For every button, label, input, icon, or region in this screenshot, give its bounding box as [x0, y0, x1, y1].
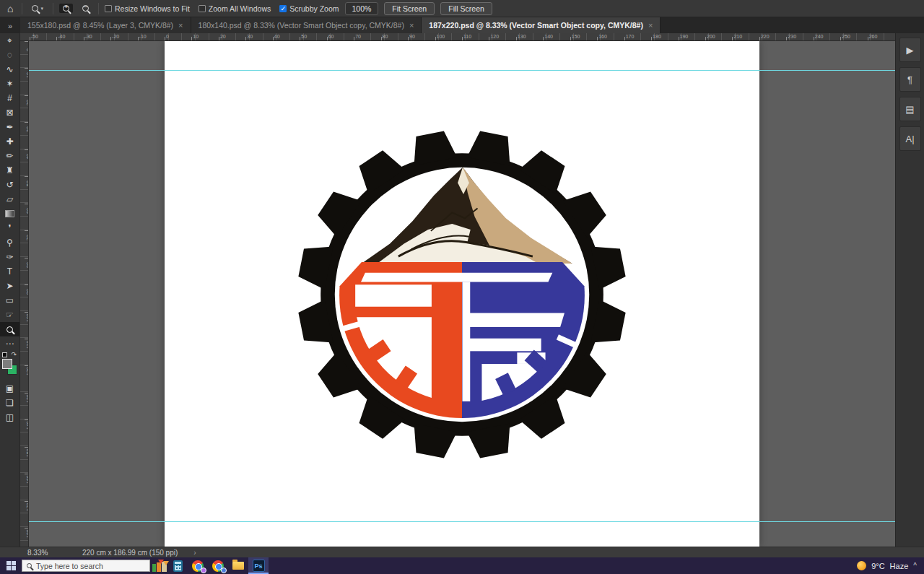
lasso-tool-icon: ∿	[6, 62, 13, 77]
checkbox-label: Scrubby Zoom	[289, 4, 339, 13]
crop-tool[interactable]: #	[0, 91, 19, 105]
blur-tool[interactable]: ❜	[0, 221, 19, 235]
type-tool[interactable]: T	[0, 264, 19, 279]
ruler-tick	[30, 37, 30, 40]
foreground-background-swatches[interactable]: ↷	[0, 352, 19, 381]
ruler-label: 190	[680, 34, 689, 39]
gradient-tool[interactable]	[0, 206, 19, 221]
ruler-tick	[300, 37, 300, 40]
weather-icon[interactable]	[857, 561, 866, 570]
clone-stamp-tool[interactable]: ♜	[0, 163, 19, 178]
document-tab-3[interactable]: 187x220.psd @ 8.33% (Vector Smart Object…	[422, 17, 661, 33]
screen-mode[interactable]: ❏	[0, 396, 19, 410]
document-tab-2[interactable]: 180x140.psd @ 8.33% (Vector Smart Object…	[191, 17, 422, 33]
ruler-tick	[705, 37, 706, 40]
ruler-label: 250	[842, 34, 850, 39]
guide-horizontal[interactable]	[29, 70, 895, 71]
zoom-tool-preset[interactable]: ▾	[28, 4, 47, 13]
checkbox-zoom-all-windows[interactable]: Zoom All Windows	[199, 4, 271, 13]
document-tab-1[interactable]: 155x180.psd @ 8.45% (Layer 3, CMYK/8#)×	[20, 17, 191, 33]
status-zoom-field[interactable]: 8.33%	[27, 549, 62, 557]
foreground-color-swatch[interactable]	[2, 359, 12, 369]
document-tabs: 155x180.psd @ 8.45% (Layer 3, CMYK/8#)×1…	[20, 17, 661, 33]
taskbar-app-photoshop[interactable]: Ps	[248, 557, 269, 574]
ruler-label: 260	[869, 34, 878, 39]
weather-temp[interactable]: 9°C	[871, 562, 884, 570]
ruler-tick	[679, 37, 679, 40]
guide-horizontal[interactable]	[29, 521, 895, 522]
checkbox-label: Resize Windows to Fit	[115, 4, 190, 13]
rectangle-tool[interactable]: ▭	[0, 293, 19, 308]
tray-expand-icon[interactable]: ^	[913, 562, 917, 570]
history-brush-tool[interactable]: ↺	[0, 178, 19, 192]
lasso-tool[interactable]: ∿	[0, 62, 19, 77]
frame-tool[interactable]: ⊠	[0, 105, 19, 120]
taskbar-app-file-explorer[interactable]	[228, 557, 248, 574]
actions-panel[interactable]: ▶	[899, 38, 921, 62]
document-info: 220 cm x 186.99 cm (150 ppi)	[82, 549, 178, 557]
move-tool[interactable]: ⌖	[0, 33, 19, 48]
status-menu-arrow[interactable]: ›	[193, 549, 196, 557]
default-colors-icon[interactable]	[2, 352, 7, 357]
eyedropper-tool[interactable]: ✒	[0, 120, 19, 134]
taskbar-app-chrome-1[interactable]	[188, 557, 208, 574]
zoom-in-button[interactable]: +	[59, 4, 73, 13]
fill-screen-button[interactable]: Fill Screen	[440, 2, 492, 15]
options-buttons: Fit ScreenFill Screen	[384, 2, 492, 15]
ruler-tick	[25, 312, 28, 313]
ruler-tick	[245, 37, 246, 40]
brush-tool[interactable]: ✏	[0, 149, 19, 163]
start-button[interactable]	[0, 557, 22, 574]
horizontal-ruler[interactable]: -50-40-30-20-100102030405060708090100110…	[20, 33, 895, 41]
taskbar-search-input[interactable]: Type here to search	[22, 560, 150, 572]
path-selection-tool[interactable]: ➤	[0, 279, 19, 293]
taskbar-app-calculator[interactable]	[167, 557, 188, 574]
ruler-tick	[732, 37, 733, 40]
home-icon[interactable]: ⌂	[4, 3, 16, 14]
zoom-tool[interactable]	[0, 322, 19, 336]
zoom-percent-button[interactable]: 100%	[345, 2, 379, 15]
ruler-label: 50	[301, 34, 307, 39]
taskbar-app-chrome-2[interactable]	[208, 557, 228, 574]
rectangle-tool-icon: ▭	[6, 293, 14, 308]
tab-close-icon[interactable]: ×	[648, 21, 653, 30]
character-panel[interactable]: A|	[899, 126, 921, 151]
share-tool[interactable]: ◫	[0, 410, 19, 425]
tab-close-icon[interactable]: ×	[409, 21, 414, 30]
document-canvas[interactable]	[165, 41, 759, 547]
fit-screen-button[interactable]: Fit Screen	[384, 2, 435, 15]
object-selection-tool[interactable]: ✶	[0, 77, 19, 91]
healing-brush-tool[interactable]: ✚	[0, 134, 19, 149]
quick-mask-mode[interactable]: ▣	[0, 381, 19, 396]
swap-colors-icon[interactable]: ↷	[11, 351, 17, 358]
toolbar-collapse-icon[interactable]: »	[0, 22, 20, 33]
libraries-panel[interactable]: ▤	[899, 97, 921, 121]
windows-taskbar: Type here to search Ps 9°C Haze ^	[0, 557, 924, 574]
pen-tool[interactable]: ✑	[0, 250, 19, 264]
tab-close-icon[interactable]: ×	[178, 21, 183, 30]
tools-panel: ⌖◌∿✶#⊠✒✚✏♜↺▱❜⚲✑T➤▭☞⋯↷▣❏◫	[0, 33, 20, 547]
actions-panel-icon: ▶	[907, 45, 914, 56]
share-tool-icon: ◫	[6, 410, 14, 425]
zoom-out-button[interactable]: −	[79, 4, 92, 13]
eraser-tool[interactable]: ▱	[0, 192, 19, 206]
weather-condition[interactable]: Haze	[890, 562, 909, 570]
marquee-tool[interactable]: ◌	[0, 48, 19, 62]
ruler-tick	[408, 37, 409, 40]
ruler-tick	[25, 122, 28, 123]
ruler-tick	[840, 37, 841, 40]
checkbox-scrubby-zoom[interactable]: ✓Scrubby Zoom	[279, 4, 339, 13]
ruler-label: -20	[112, 34, 119, 39]
dodge-tool[interactable]: ⚲	[0, 235, 19, 250]
ruler-tick	[25, 95, 28, 96]
vertical-ruler[interactable]: 0102030405060708090100110120130140150160…	[20, 41, 29, 547]
edit-toolbar[interactable]: ⋯	[0, 336, 19, 351]
paragraph-panel[interactable]: ¶	[899, 67, 921, 92]
options-checkboxes: Resize Windows to FitZoom All Windows✓Sc…	[105, 4, 339, 13]
divider	[53, 3, 53, 14]
hand-tool[interactable]: ☞	[0, 308, 19, 322]
ruler-tick	[25, 447, 28, 448]
ruler-tick	[516, 37, 517, 40]
checkbox-resize-windows-to-fit[interactable]: Resize Windows to Fit	[105, 4, 190, 13]
search-highlight-icon[interactable]	[152, 560, 167, 573]
